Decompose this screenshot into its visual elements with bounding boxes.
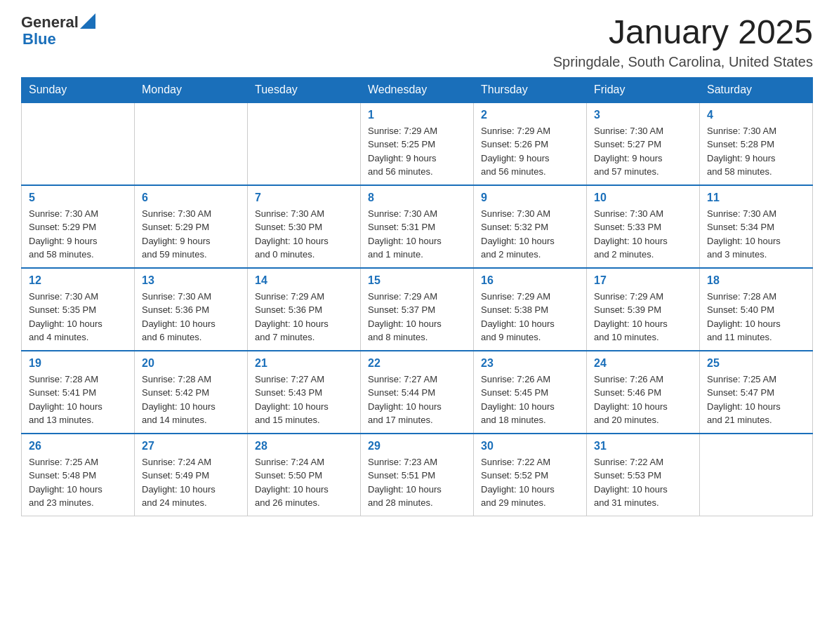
- week-row-4: 19Sunrise: 7:28 AM Sunset: 5:41 PM Dayli…: [22, 351, 813, 434]
- calendar-cell: 27Sunrise: 7:24 AM Sunset: 5:49 PM Dayli…: [135, 434, 248, 516]
- calendar-body: 1Sunrise: 7:29 AM Sunset: 5:25 PM Daylig…: [22, 102, 813, 516]
- calendar-cell: 26Sunrise: 7:25 AM Sunset: 5:48 PM Dayli…: [22, 434, 135, 516]
- day-info: Sunrise: 7:26 AM Sunset: 5:46 PM Dayligh…: [594, 373, 692, 427]
- calendar-cell: 2Sunrise: 7:29 AM Sunset: 5:26 PM Daylig…: [474, 102, 587, 185]
- calendar-cell: 28Sunrise: 7:24 AM Sunset: 5:50 PM Dayli…: [248, 434, 361, 516]
- calendar-header: SundayMondayTuesdayWednesdayThursdayFrid…: [22, 77, 813, 102]
- calendar-cell: 8Sunrise: 7:30 AM Sunset: 5:31 PM Daylig…: [361, 185, 474, 268]
- month-title: January 2025: [553, 14, 813, 51]
- calendar-cell: 15Sunrise: 7:29 AM Sunset: 5:37 PM Dayli…: [361, 268, 474, 351]
- day-info: Sunrise: 7:22 AM Sunset: 5:53 PM Dayligh…: [594, 455, 692, 510]
- logo-blue-text: Blue: [22, 31, 95, 48]
- day-number: 22: [368, 357, 466, 370]
- day-info: Sunrise: 7:29 AM Sunset: 5:26 PM Dayligh…: [481, 124, 579, 179]
- day-number: 20: [142, 357, 240, 370]
- logo-triangle-icon: [80, 13, 95, 29]
- calendar-cell: 31Sunrise: 7:22 AM Sunset: 5:53 PM Dayli…: [587, 434, 700, 516]
- day-number: 24: [594, 357, 692, 370]
- day-info: Sunrise: 7:30 AM Sunset: 5:28 PM Dayligh…: [707, 124, 805, 179]
- day-number: 25: [707, 357, 805, 370]
- day-info: Sunrise: 7:29 AM Sunset: 5:37 PM Dayligh…: [368, 290, 466, 344]
- calendar-cell: 23Sunrise: 7:26 AM Sunset: 5:45 PM Dayli…: [474, 351, 587, 434]
- day-number: 4: [707, 109, 805, 121]
- title-area: January 2025 Springdale, South Carolina,…: [553, 14, 813, 70]
- day-info: Sunrise: 7:30 AM Sunset: 5:36 PM Dayligh…: [142, 290, 240, 344]
- day-info: Sunrise: 7:26 AM Sunset: 5:45 PM Dayligh…: [481, 373, 579, 427]
- day-info: Sunrise: 7:22 AM Sunset: 5:52 PM Dayligh…: [481, 455, 579, 510]
- day-number: 30: [481, 440, 579, 452]
- day-info: Sunrise: 7:28 AM Sunset: 5:42 PM Dayligh…: [142, 373, 240, 427]
- week-row-2: 5Sunrise: 7:30 AM Sunset: 5:29 PM Daylig…: [22, 185, 813, 268]
- day-info: Sunrise: 7:30 AM Sunset: 5:29 PM Dayligh…: [142, 207, 240, 262]
- header-day-tuesday: Tuesday: [248, 77, 361, 102]
- day-number: 3: [594, 109, 692, 121]
- calendar-cell: [135, 102, 248, 185]
- calendar-cell: 7Sunrise: 7:30 AM Sunset: 5:30 PM Daylig…: [248, 185, 361, 268]
- day-number: 10: [594, 192, 692, 204]
- day-number: 5: [29, 192, 127, 204]
- calendar-cell: 14Sunrise: 7:29 AM Sunset: 5:36 PM Dayli…: [248, 268, 361, 351]
- day-info: Sunrise: 7:30 AM Sunset: 5:32 PM Dayligh…: [481, 207, 579, 262]
- calendar-cell: 12Sunrise: 7:30 AM Sunset: 5:35 PM Dayli…: [22, 268, 135, 351]
- day-info: Sunrise: 7:25 AM Sunset: 5:47 PM Dayligh…: [707, 373, 805, 427]
- day-number: 13: [142, 274, 240, 287]
- calendar-cell: 1Sunrise: 7:29 AM Sunset: 5:25 PM Daylig…: [361, 102, 474, 185]
- day-number: 26: [29, 440, 127, 452]
- day-number: 8: [368, 192, 466, 204]
- day-number: 6: [142, 192, 240, 204]
- day-info: Sunrise: 7:27 AM Sunset: 5:43 PM Dayligh…: [255, 373, 353, 427]
- week-row-5: 26Sunrise: 7:25 AM Sunset: 5:48 PM Dayli…: [22, 434, 813, 516]
- calendar-cell: 3Sunrise: 7:30 AM Sunset: 5:27 PM Daylig…: [587, 102, 700, 185]
- day-number: 29: [368, 440, 466, 452]
- calendar-cell: [248, 102, 361, 185]
- calendar-cell: 6Sunrise: 7:30 AM Sunset: 5:29 PM Daylig…: [135, 185, 248, 268]
- week-row-3: 12Sunrise: 7:30 AM Sunset: 5:35 PM Dayli…: [22, 268, 813, 351]
- day-number: 21: [255, 357, 353, 370]
- day-info: Sunrise: 7:30 AM Sunset: 5:31 PM Dayligh…: [368, 207, 466, 262]
- day-number: 1: [368, 109, 466, 121]
- header-day-wednesday: Wednesday: [361, 77, 474, 102]
- day-info: Sunrise: 7:29 AM Sunset: 5:38 PM Dayligh…: [481, 290, 579, 344]
- calendar-cell: 13Sunrise: 7:30 AM Sunset: 5:36 PM Dayli…: [135, 268, 248, 351]
- day-info: Sunrise: 7:25 AM Sunset: 5:48 PM Dayligh…: [29, 455, 127, 510]
- day-number: 27: [142, 440, 240, 452]
- day-info: Sunrise: 7:29 AM Sunset: 5:25 PM Dayligh…: [368, 124, 466, 179]
- day-number: 23: [481, 357, 579, 370]
- day-number: 16: [481, 274, 579, 287]
- day-number: 11: [707, 192, 805, 204]
- header-day-friday: Friday: [587, 77, 700, 102]
- day-info: Sunrise: 7:30 AM Sunset: 5:27 PM Dayligh…: [594, 124, 692, 179]
- logo: General Blue: [21, 14, 95, 48]
- day-info: Sunrise: 7:28 AM Sunset: 5:41 PM Dayligh…: [29, 373, 127, 427]
- calendar-cell: 16Sunrise: 7:29 AM Sunset: 5:38 PM Dayli…: [474, 268, 587, 351]
- calendar-cell: [700, 434, 813, 516]
- header-day-sunday: Sunday: [22, 77, 135, 102]
- day-info: Sunrise: 7:28 AM Sunset: 5:40 PM Dayligh…: [707, 290, 805, 344]
- header-row: SundayMondayTuesdayWednesdayThursdayFrid…: [22, 77, 813, 102]
- day-info: Sunrise: 7:29 AM Sunset: 5:36 PM Dayligh…: [255, 290, 353, 344]
- day-info: Sunrise: 7:24 AM Sunset: 5:49 PM Dayligh…: [142, 455, 240, 510]
- day-info: Sunrise: 7:30 AM Sunset: 5:35 PM Dayligh…: [29, 290, 127, 344]
- day-info: Sunrise: 7:29 AM Sunset: 5:39 PM Dayligh…: [594, 290, 692, 344]
- day-number: 7: [255, 192, 353, 204]
- day-number: 15: [368, 274, 466, 287]
- day-info: Sunrise: 7:30 AM Sunset: 5:34 PM Dayligh…: [707, 207, 805, 262]
- header-day-thursday: Thursday: [474, 77, 587, 102]
- location-title: Springdale, South Carolina, United State…: [553, 54, 813, 70]
- day-number: 19: [29, 357, 127, 370]
- calendar-cell: 11Sunrise: 7:30 AM Sunset: 5:34 PM Dayli…: [700, 185, 813, 268]
- day-info: Sunrise: 7:30 AM Sunset: 5:30 PM Dayligh…: [255, 207, 353, 262]
- header-day-saturday: Saturday: [700, 77, 813, 102]
- calendar-cell: 30Sunrise: 7:22 AM Sunset: 5:52 PM Dayli…: [474, 434, 587, 516]
- calendar-cell: 4Sunrise: 7:30 AM Sunset: 5:28 PM Daylig…: [700, 102, 813, 185]
- day-info: Sunrise: 7:30 AM Sunset: 5:33 PM Dayligh…: [594, 207, 692, 262]
- calendar-table: SundayMondayTuesdayWednesdayThursdayFrid…: [21, 77, 813, 516]
- day-info: Sunrise: 7:30 AM Sunset: 5:29 PM Dayligh…: [29, 207, 127, 262]
- calendar-cell: 9Sunrise: 7:30 AM Sunset: 5:32 PM Daylig…: [474, 185, 587, 268]
- logo-general-text: General: [21, 14, 79, 31]
- day-number: 12: [29, 274, 127, 287]
- header-day-monday: Monday: [135, 77, 248, 102]
- calendar-cell: 10Sunrise: 7:30 AM Sunset: 5:33 PM Dayli…: [587, 185, 700, 268]
- day-number: 17: [594, 274, 692, 287]
- calendar-cell: 5Sunrise: 7:30 AM Sunset: 5:29 PM Daylig…: [22, 185, 135, 268]
